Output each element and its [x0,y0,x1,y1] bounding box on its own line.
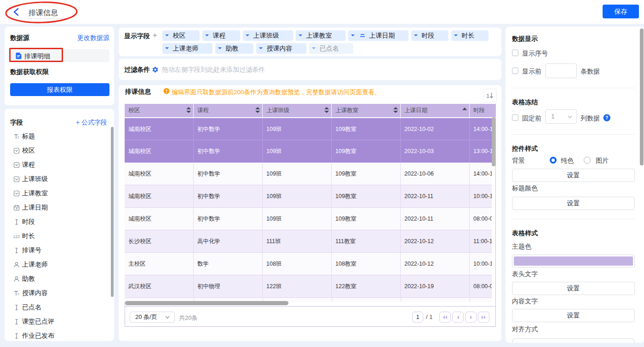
svg-text:?: ? [605,115,608,120]
svg-text:123: 123 [13,234,20,239]
svg-text:1: 1 [486,92,489,99]
